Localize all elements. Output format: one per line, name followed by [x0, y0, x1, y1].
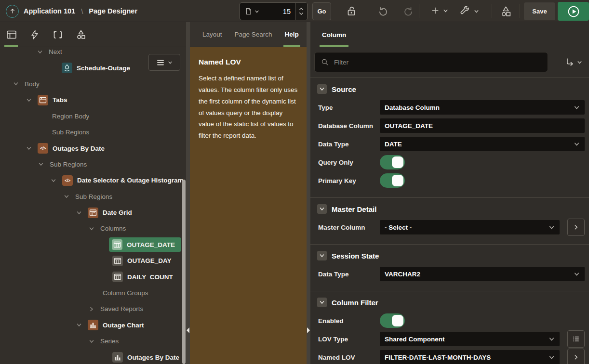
- chevron-down-icon[interactable]: [12, 80, 20, 88]
- left-splitter-handle[interactable]: [186, 22, 190, 364]
- chevron-down-icon[interactable]: [63, 193, 70, 200]
- tree-item[interactable]: Outages By Date: [0, 349, 186, 364]
- tab-rendering[interactable]: [0, 22, 23, 47]
- filter-enabled-toggle[interactable]: [380, 313, 405, 328]
- app-home-icon[interactable]: [6, 5, 19, 18]
- collapse-section-button[interactable]: [317, 298, 327, 307]
- undo-icon[interactable]: [377, 5, 388, 17]
- tree-item[interactable]: Saved Reports: [0, 301, 186, 317]
- filter-input[interactable]: [334, 59, 542, 66]
- data-type-select[interactable]: DATE: [380, 137, 585, 151]
- lov-type-select[interactable]: Shared Component: [380, 332, 560, 346]
- run-page-button[interactable]: [558, 2, 589, 21]
- lov-list-button[interactable]: [567, 330, 585, 348]
- master-column-select[interactable]: - Select -: [380, 220, 560, 234]
- tree-item[interactable]: Body: [0, 76, 186, 92]
- collapse-section-button[interactable]: [317, 251, 327, 260]
- tree-item[interactable]: DAILY_COUNT: [0, 269, 186, 285]
- collapse-left-icon[interactable]: [187, 327, 189, 333]
- section-session-state: Session State Data Type VARCHAR2: [310, 244, 589, 291]
- page-finder-menu-button[interactable]: [240, 3, 262, 20]
- save-button[interactable]: Save: [524, 2, 555, 20]
- tab-layout[interactable]: Layout: [202, 22, 222, 47]
- tree-item[interactable]: Date Grid: [0, 205, 186, 221]
- tree-item[interactable]: Sub Regions: [0, 124, 186, 140]
- chevron-down-icon[interactable]: [25, 144, 33, 152]
- tab-page-shared-components[interactable]: [69, 22, 93, 47]
- tree-item[interactable]: Columns: [0, 221, 186, 236]
- tree-scrollbar-thumb[interactable]: [182, 180, 186, 364]
- property-filter[interactable]: [314, 52, 548, 72]
- toggle-knob: [392, 156, 403, 168]
- type-select[interactable]: Database Column: [380, 100, 585, 115]
- chevron-down-icon[interactable]: [37, 160, 45, 168]
- tab-help[interactable]: Help: [285, 22, 299, 47]
- spinner-up-icon: [299, 7, 304, 11]
- chevron-down-icon[interactable]: [25, 96, 33, 104]
- tab-processing[interactable]: [46, 22, 69, 47]
- chevron-down-icon: [574, 104, 580, 111]
- edit-lov-button[interactable]: [567, 349, 585, 364]
- chevron-down-icon[interactable]: [36, 48, 44, 56]
- tree-item[interactable]: OUTAGE_DAY: [0, 253, 186, 269]
- go-button[interactable]: Go: [312, 2, 331, 20]
- breadcrumb-app[interactable]: Application 101: [24, 7, 75, 15]
- property-filter-row: [314, 52, 585, 72]
- redo-icon[interactable]: [403, 5, 415, 17]
- section-header: Session State: [310, 245, 589, 267]
- tree-item[interactable]: Sub Regions: [0, 156, 186, 172]
- chevron-down-icon[interactable]: [88, 225, 95, 233]
- chevron-down-icon[interactable]: [50, 177, 57, 184]
- tree-item[interactable]: Sub Regions: [0, 189, 186, 205]
- interactive-grid-icon: [88, 208, 98, 218]
- column-icon: [112, 256, 123, 266]
- chevron-down-icon: [549, 354, 555, 361]
- tree-options-menu-button[interactable]: [148, 54, 180, 71]
- collapse-right-icon[interactable]: [307, 327, 310, 333]
- unlock-icon[interactable]: [345, 5, 358, 17]
- utilities-menu-button[interactable]: [459, 5, 479, 17]
- session-data-type-select[interactable]: VARCHAR2: [380, 267, 585, 281]
- go-to-group-menu-button[interactable]: [564, 57, 582, 67]
- tree-item[interactable]: </> Date Selector & Outage Histogram: [0, 172, 186, 188]
- tree-item[interactable]: Column Groups: [0, 285, 186, 301]
- chevron-down-icon[interactable]: [75, 321, 83, 329]
- collapse-section-button[interactable]: [317, 204, 327, 214]
- collapse-section-button[interactable]: [317, 84, 327, 94]
- section-column-filter: Column Filter Enabled LOV Type Shared Co…: [310, 291, 589, 364]
- section-header: Column Filter: [310, 291, 589, 313]
- right-splitter-handle[interactable]: [307, 22, 310, 364]
- chevron-down-icon: [319, 86, 325, 92]
- wrench-icon: [459, 5, 471, 17]
- tree-item[interactable]: Tabs: [0, 92, 186, 108]
- shared-components-icon[interactable]: [500, 5, 512, 17]
- chevron-down-icon[interactable]: [75, 209, 83, 217]
- breadcrumb: Application 101 \ Page Designer: [6, 0, 137, 22]
- tab-page-search[interactable]: Page Search: [235, 22, 272, 47]
- breadcrumb-separator: \: [81, 7, 83, 15]
- named-lov-select[interactable]: FILTER-DATE-LAST-MONTH-DAYS: [380, 350, 560, 364]
- help-text: Select a defined named list of values. T…: [199, 73, 298, 142]
- tree-item[interactable]: Region Body: [0, 108, 186, 124]
- page-number-stepper[interactable]: [295, 3, 307, 20]
- chevron-down-icon: [319, 253, 325, 259]
- tab-dynamic-actions[interactable]: [23, 22, 46, 47]
- chevron-down-icon[interactable]: [88, 338, 95, 345]
- tree-item[interactable]: Series: [0, 333, 186, 349]
- tab-column[interactable]: Column: [322, 22, 346, 47]
- tree-item[interactable]: Outage Chart: [0, 317, 186, 333]
- quick-pick-button[interactable]: [567, 219, 585, 236]
- chart-region-icon: [88, 320, 98, 330]
- field-primary-key: Primary Key: [318, 173, 585, 188]
- tree-item-selected[interactable]: OUTAGE_DATE: [0, 237, 186, 253]
- code-region-icon: </>: [38, 143, 48, 154]
- tree-item[interactable]: </> Outages By Date: [0, 140, 186, 156]
- create-menu-button[interactable]: [430, 6, 448, 15]
- chevron-down-icon: [574, 271, 580, 277]
- database-column-input[interactable]: OUTAGE_DATE: [380, 118, 585, 133]
- query-only-toggle[interactable]: [380, 155, 405, 169]
- page-number-value[interactable]: 15: [262, 8, 295, 15]
- center-tab-strip: Layout Page Search Help: [190, 22, 307, 47]
- primary-key-toggle[interactable]: [380, 173, 405, 188]
- chevron-right-icon[interactable]: [88, 305, 95, 313]
